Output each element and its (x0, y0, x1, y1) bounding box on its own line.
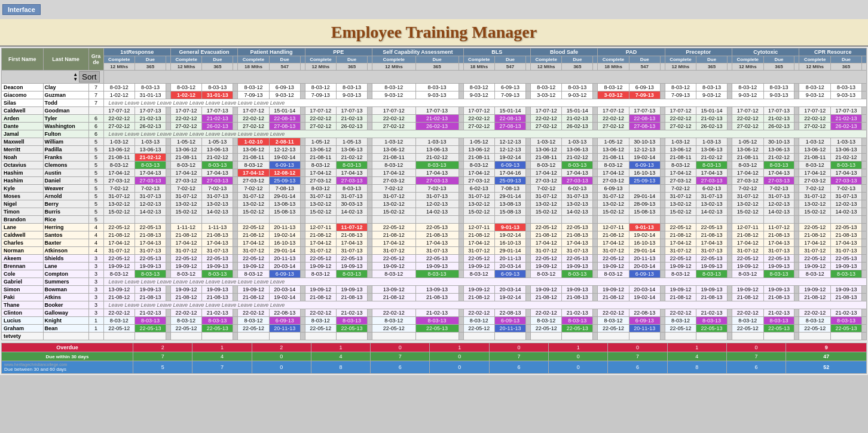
complete-cell: 19-09-12 (530, 286, 561, 294)
h-complete-6: Complete (463, 56, 494, 63)
empty-cell (459, 216, 463, 224)
last-name-cell: Daniel (43, 177, 88, 185)
complete-cell: 22-02-12 (463, 115, 494, 123)
spacer-cell (660, 224, 665, 231)
due-cell: 21-02-12 (763, 154, 794, 161)
complete-cell: 22-05-12 (530, 325, 561, 333)
complete-cell: 22-05-12 (372, 224, 416, 231)
empty-cell (170, 216, 201, 224)
empty-cell (269, 216, 300, 224)
complete-cell: 21-08-11 (732, 154, 763, 161)
spacer-cell (794, 200, 799, 208)
first-name-cell: Lane (2, 224, 44, 231)
due60-val-7: 6 (489, 361, 548, 374)
spacer-cell (593, 154, 598, 161)
due-cell: 8-03-13 (696, 270, 728, 278)
complete-cell: 8-03-12 (732, 84, 763, 92)
spacer-cell (862, 317, 867, 325)
complete-cell: 13-02-12 (665, 200, 696, 208)
due-cell: 22-08-13 (495, 309, 526, 317)
complete-cell: 13-06-12 (238, 146, 269, 154)
due-cell: 8-03-13 (763, 84, 794, 92)
spacer-cell (166, 138, 170, 146)
grade-cell: 4 (88, 224, 103, 231)
complete-cell: 13-06-12 (463, 146, 494, 154)
complete-cell: 22-05-12 (463, 255, 494, 263)
due30-val-2: 4 (192, 352, 252, 361)
sort-button[interactable]: Sort (79, 71, 99, 83)
due-cell: 17-04-13 (562, 239, 593, 247)
first-name-cell: Nigel (2, 200, 44, 208)
complete-cell: 22-05-12 (238, 255, 269, 263)
complete-cell: 22-02-12 (530, 115, 561, 123)
down-arrow[interactable]: ▼ (73, 77, 78, 82)
spacer-cell (459, 146, 463, 154)
table-row: DeaconClay78-03-128-03-138-03-128-03-138… (2, 84, 867, 92)
due-cell: 8-03-13 (562, 161, 593, 169)
due-cell: 31-07-13 (415, 247, 459, 255)
complete-cell: 8-03-12 (305, 270, 336, 278)
spacer-cell (368, 123, 372, 130)
spacer-cell (233, 169, 238, 177)
complete-cell: 19-09-12 (598, 263, 629, 270)
spacer-cell (166, 177, 170, 185)
complete-cell: 8-03-12 (665, 84, 696, 92)
due30-row: Due within 30 days 7 4 0 4 7 0 7 0 7 4 7… (2, 352, 867, 361)
spacer-cell (525, 200, 530, 208)
complete-cell: 21-08-11 (238, 154, 269, 161)
empty-cell (233, 216, 238, 224)
complete-cell: 19-09-12 (170, 286, 201, 294)
complete-cell: 8-03-12 (372, 270, 416, 278)
grade-cell: 3 (88, 286, 103, 294)
complete-cell: 9-03-12 (799, 92, 830, 99)
spacer-cell (862, 107, 867, 115)
due-cell: 9-03-12 (562, 92, 593, 99)
due60-val-11: 6 (726, 361, 786, 374)
due-cell: 27-03-13 (830, 177, 861, 185)
complete-cell: 22-02-12 (170, 115, 201, 123)
h-complete-8: Complete (598, 56, 629, 63)
complete-cell: 8-03-12 (799, 317, 830, 325)
complete-cell: 13-02-12 (170, 200, 201, 208)
spacer-cell (593, 286, 598, 294)
due-cell: 21-02-12 (562, 154, 593, 161)
spacer-cell (368, 200, 372, 208)
complete-cell: 31-07-12 (665, 247, 696, 255)
due-cell: 15-01-14 (495, 107, 526, 115)
due-cell: 19-09-13 (337, 286, 368, 294)
due-cell: 22-05-13 (415, 224, 459, 231)
col-cpr: CPR Resource (799, 48, 867, 56)
spacer-cell (593, 92, 598, 99)
table-row: GrahamBean122-05-1222-05-1322-05-1222-05… (2, 325, 867, 333)
footer-summary: Overdue 2 1 2 1 0 1 0 1 0 1 0 9 Due with… (0, 341, 868, 375)
interface-button[interactable]: Interface (2, 4, 41, 15)
due-cell: 8-03-13 (202, 84, 233, 92)
due-cell: 15-08-13 (629, 208, 660, 216)
due-cell: 12-02-13 (830, 200, 861, 208)
due-cell: 9-01-13 (495, 224, 526, 231)
due-cell: 19-09-13 (763, 263, 794, 270)
due-cell: 8-03-13 (135, 317, 166, 325)
complete-cell: 8-03-12 (372, 84, 416, 92)
complete-cell: 22-02-12 (305, 309, 336, 317)
complete-cell: 27-02-12 (665, 123, 696, 130)
complete-cell: 15-02-12 (170, 208, 201, 216)
empty-cell (530, 216, 561, 224)
complete-cell: 17-04-12 (732, 239, 763, 247)
empty-cell (459, 333, 463, 340)
table-row: BrandonRice5 (2, 216, 867, 224)
first-name-cell: Caldwell (2, 107, 44, 115)
empty-cell (799, 333, 830, 340)
complete-cell: 8-03-12 (170, 161, 201, 169)
due-cell: 13-02-13 (202, 200, 233, 208)
spacer-cell (368, 247, 372, 255)
grade-cell: 6 (88, 115, 103, 123)
due30-val-4: 4 (311, 352, 370, 361)
spacer-cell (300, 84, 305, 92)
due-cell: 26-02-13 (562, 123, 593, 130)
spacer-cell (794, 193, 799, 200)
due-cell: 21-02-13 (415, 115, 459, 123)
due60-val-9: 6 (608, 361, 667, 374)
spacer-cell (300, 224, 305, 231)
spacer-cell (593, 239, 598, 247)
